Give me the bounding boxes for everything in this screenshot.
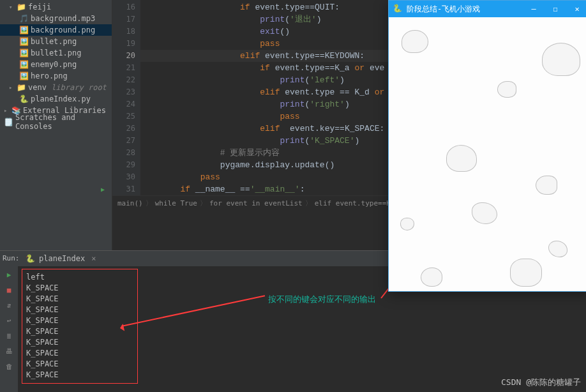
asteroid-sprite [548, 241, 567, 257]
asteroid-sprite [400, 218, 414, 230]
run-gutter-icon[interactable]: ▶ [101, 183, 105, 195]
file-label: background.mp3 [31, 14, 95, 23]
game-canvas[interactable] [389, 17, 586, 291]
asteroid-sprite [542, 43, 580, 76]
game-window[interactable]: 🐍 阶段总结-飞机小游戏 — ☐ ✕ [388, 0, 586, 292]
console-line: K_SPACE [26, 359, 133, 370]
folder-label: feiji [28, 3, 51, 11]
console-line: K_SPACE [26, 305, 133, 315]
project-tree[interactable]: ▾ 📁 feiji 🎵background.mp3🖼️background.pn… [0, 0, 112, 250]
watermark: CSDN @陈陈的糖罐子 [501, 377, 581, 388]
layout-icon[interactable]: ⇵ [3, 299, 15, 311]
run-tool-label: Run: [0, 253, 22, 264]
chevron-right-icon: 〉 [305, 199, 312, 208]
file-label: enemy0.png [31, 60, 77, 69]
file-label: bullet.png [31, 37, 77, 46]
run-toolbar: ▶ ■ ⇵ ↩ ≣ 🖶 🗑 [0, 266, 18, 392]
chevron-right-icon: ▸ [9, 84, 15, 91]
run-tab-label[interactable]: planeIndex [39, 254, 85, 263]
minimize-button[interactable]: — [523, 1, 545, 17]
window-title: 阶段总结-飞机小游戏 [407, 4, 480, 15]
tree-file[interactable]: 🖼️hero.png [0, 70, 112, 82]
file-icon: 🖼️ [19, 26, 28, 34]
file-label: planeIndex.py [31, 94, 91, 103]
file-icon: 🖼️ [19, 37, 28, 46]
console-line: K_SPACE [26, 283, 133, 294]
venv-folder[interactable]: ▸ 📁 venv library root [0, 82, 112, 93]
breadcrumb-item[interactable]: while True [155, 199, 197, 207]
asteroid-sprite [510, 259, 542, 287]
project-root-folder[interactable]: ▾ 📁 feiji [0, 1, 112, 13]
close-button[interactable]: ✕ [566, 1, 586, 17]
console-line: K_SPACE [26, 370, 133, 381]
breadcrumb-item[interactable]: for event in eventList [209, 199, 303, 207]
trash-icon[interactable]: 🗑 [3, 361, 15, 372]
folder-label: venv [28, 83, 47, 92]
file-icon: 🖼️ [19, 60, 28, 69]
asteroid-sprite [472, 202, 497, 224]
console-line: K_SPACE [26, 348, 133, 359]
maximize-button[interactable]: ☐ [545, 1, 566, 17]
soft-wrap-icon[interactable]: ↩ [3, 315, 15, 326]
library-hint [47, 83, 51, 92]
asteroid-sprite [446, 145, 477, 172]
chevron-right-icon: 〉 [146, 199, 153, 208]
asteroid-sprite [536, 176, 557, 195]
file-label: bullet1.png [31, 49, 81, 57]
tree-file[interactable]: 🖼️enemy0.png [0, 59, 112, 70]
console-line: left [26, 272, 133, 283]
window-titlebar[interactable]: 🐍 阶段总结-飞机小游戏 — ☐ ✕ [389, 1, 586, 17]
python-file-icon: 🐍 [19, 94, 28, 103]
close-icon[interactable]: × [91, 254, 96, 263]
rerun-icon[interactable]: ▶ [3, 269, 15, 280]
print-icon[interactable]: 🖶 [3, 345, 15, 357]
tree-file[interactable]: 🎵background.mp3 [0, 13, 112, 24]
file-icon: 🎵 [19, 14, 28, 23]
console-line: K_SPACE [26, 337, 133, 348]
breadcrumb-item[interactable]: main() [117, 199, 143, 207]
folder-icon: 📁 [17, 83, 26, 92]
tree-file[interactable]: 🖼️bullet1.png [0, 47, 112, 59]
asteroid-sprite [497, 81, 516, 98]
file-label: background.png [31, 26, 95, 34]
scratches-consoles[interactable]: 🗒️ Scratches and Consoles [0, 116, 112, 128]
line-gutter: 16171819202122232425262728293031▶ [112, 0, 140, 195]
chevron-right-icon: 〉 [200, 199, 207, 208]
stop-icon[interactable]: ■ [3, 284, 15, 296]
scratch-icon: 🗒️ [4, 117, 13, 126]
file-icon: 🖼️ [19, 49, 28, 57]
chevron-right-icon: ▸ [4, 107, 10, 114]
pygame-icon: 🐍 [393, 4, 403, 14]
python-file-icon: 🐍 [26, 254, 35, 263]
arrow-head-icon [116, 324, 124, 333]
tree-file[interactable]: 🖼️background.png [0, 24, 112, 36]
file-icon: 🖼️ [19, 72, 28, 80]
console-line: K_SPACE [26, 294, 133, 305]
asteroid-sprite [402, 30, 428, 53]
asteroid-sprite [421, 268, 442, 287]
annotation-text: 按不同的键会对应不同的输出 [268, 294, 376, 305]
tree-file-script[interactable]: 🐍 planeIndex.py [0, 93, 112, 105]
tree-file[interactable]: 🖼️bullet.png [0, 36, 112, 47]
scratches-label: Scratches and Consoles [15, 113, 109, 131]
chevron-down-icon: ▾ [9, 4, 15, 10]
file-label: hero.png [31, 72, 68, 80]
scroll-icon[interactable]: ≣ [3, 330, 15, 342]
folder-icon: 📁 [17, 3, 26, 11]
